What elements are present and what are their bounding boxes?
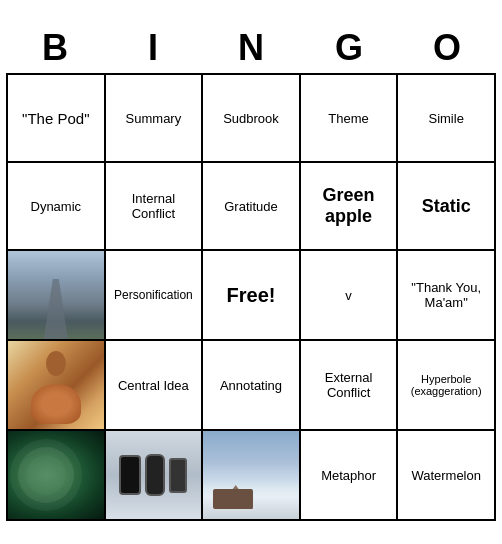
hurricane-image [8, 431, 104, 519]
cell-1-3-text: Green apple [305, 185, 393, 227]
cell-3-0[interactable] [8, 341, 106, 431]
snow-scene-image [203, 431, 299, 519]
cell-4-4[interactable]: Watermelon [398, 431, 496, 521]
cell-2-3[interactable]: v [301, 251, 399, 341]
header-i: I [104, 23, 202, 73]
cell-0-4[interactable]: Simile [398, 75, 496, 163]
bingo-card: B I N G O "The Pod" Summary Sudbrook The… [6, 23, 496, 521]
free-text: Free! [227, 284, 276, 307]
cell-2-4-text: "Thank You, Ma'am" [402, 280, 490, 310]
cell-2-2[interactable]: Free! [203, 251, 301, 341]
cell-1-4[interactable]: Static [398, 163, 496, 251]
cell-3-2[interactable]: Annotating [203, 341, 301, 431]
cell-4-0[interactable] [8, 431, 106, 521]
cell-1-0-text: Dynamic [31, 199, 82, 214]
cell-2-4[interactable]: "Thank You, Ma'am" [398, 251, 496, 341]
cell-0-3-text: Theme [328, 111, 368, 126]
cell-2-0[interactable] [8, 251, 106, 341]
cell-3-3[interactable]: External Conflict [301, 341, 399, 431]
header-n: N [202, 23, 300, 73]
header-b: B [6, 23, 104, 73]
cell-0-0-text: "The Pod" [22, 110, 89, 127]
cell-4-1[interactable] [106, 431, 204, 521]
modern-phone-icon [145, 454, 165, 496]
bingo-header: B I N G O [6, 23, 496, 73]
cell-2-1[interactable]: Personification [106, 251, 204, 341]
cell-3-1-text: Central Idea [118, 378, 189, 393]
cell-2-3-text: v [345, 288, 352, 303]
cell-0-0[interactable]: "The Pod" [8, 75, 106, 163]
cell-3-4-text: Hyperbole (exaggeration) [402, 373, 490, 397]
cell-1-2-text: Gratitude [224, 199, 277, 214]
cell-0-1[interactable]: Summary [106, 75, 204, 163]
header-o: O [398, 23, 496, 73]
cell-1-3[interactable]: Green apple [301, 163, 399, 251]
cell-1-2[interactable]: Gratitude [203, 163, 301, 251]
turkey-image [8, 341, 104, 429]
old-phone2-icon [169, 458, 187, 493]
cell-3-2-text: Annotating [220, 378, 282, 393]
cell-3-4[interactable]: Hyperbole (exaggeration) [398, 341, 496, 431]
cell-1-4-text: Static [422, 196, 471, 217]
cell-4-4-text: Watermelon [411, 468, 481, 483]
cell-4-3-text: Metaphor [321, 468, 376, 483]
cell-1-0[interactable]: Dynamic [8, 163, 106, 251]
cell-1-1-text: Internal Conflict [110, 191, 198, 221]
cell-0-3[interactable]: Theme [301, 75, 399, 163]
cell-4-2[interactable] [203, 431, 301, 521]
cell-4-3[interactable]: Metaphor [301, 431, 399, 521]
phone-image [106, 431, 202, 519]
cell-0-2[interactable]: Sudbrook [203, 75, 301, 163]
cell-2-1-text: Personification [114, 288, 193, 302]
cell-0-1-text: Summary [126, 111, 182, 126]
tornado-image [8, 251, 104, 339]
header-g: G [300, 23, 398, 73]
bingo-grid: "The Pod" Summary Sudbrook Theme Simile … [6, 73, 496, 521]
cell-0-4-text: Simile [428, 111, 463, 126]
cell-1-1[interactable]: Internal Conflict [106, 163, 204, 251]
cell-0-2-text: Sudbrook [223, 111, 279, 126]
cell-3-1[interactable]: Central Idea [106, 341, 204, 431]
old-phone-icon [119, 455, 141, 495]
cell-3-3-text: External Conflict [305, 370, 393, 400]
